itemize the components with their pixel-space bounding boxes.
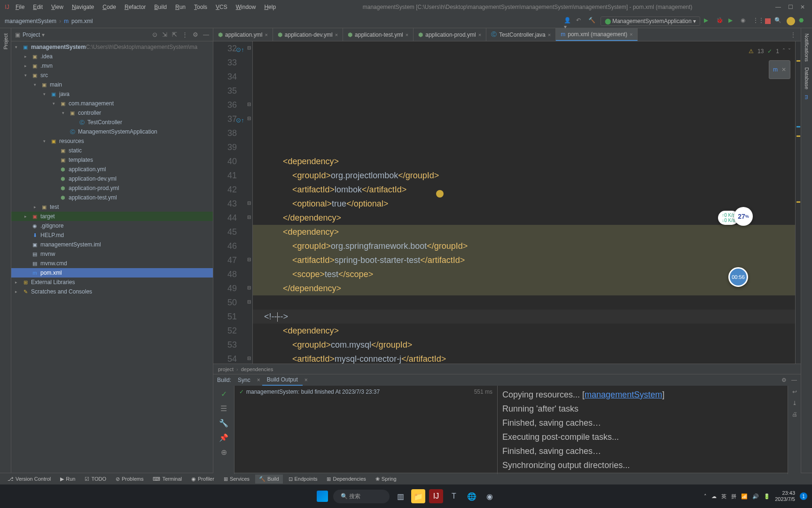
tree-iml[interactable]: ▣managementSystem.iml: [11, 240, 213, 249]
crumb-project-tag[interactable]: project: [218, 366, 234, 372]
debug-icon[interactable]: 🐞: [716, 17, 725, 25]
stop-icon[interactable]: [765, 18, 771, 24]
explorer-icon[interactable]: 📁: [411, 489, 425, 503]
tree-java[interactable]: ▾▣java: [11, 89, 213, 99]
tree-mvnwcmd[interactable]: ▤mvnw.cmd: [11, 259, 213, 268]
build-output[interactable]: Copying resources... [managementSystem]R…: [498, 386, 788, 474]
run-config-selector[interactable]: ⬤ ManagementSystemApplication ▾: [601, 16, 700, 26]
tree-src[interactable]: ▾▣src: [11, 71, 213, 80]
tool-version-control[interactable]: ⎇Version Control: [4, 475, 55, 484]
menu-code[interactable]: Code: [99, 2, 120, 12]
pin-icon[interactable]: 📌: [219, 433, 228, 442]
rail-database[interactable]: Database: [803, 64, 811, 92]
tree-controller[interactable]: ▾▣controller: [11, 108, 213, 118]
build-tree-line[interactable]: managementSystem: build finished At 2023…: [246, 389, 380, 395]
menu-navigate[interactable]: Navigate: [68, 2, 98, 12]
tree-gitignore[interactable]: ◉.gitignore: [11, 221, 213, 230]
close-icon[interactable]: ×: [406, 32, 408, 38]
user-icon[interactable]: 👤▾: [564, 17, 572, 25]
tree-pom[interactable]: mpom.xml: [11, 268, 213, 278]
battery-icon[interactable]: 🔋: [764, 493, 770, 500]
edge-icon[interactable]: ◉: [483, 489, 497, 503]
tree-help[interactable]: ⬇HELP.md: [11, 230, 213, 240]
tree-scratch[interactable]: ▸✎Scratches and Consoles: [11, 287, 213, 296]
hide-icon[interactable]: —: [791, 377, 797, 383]
popup-close-icon[interactable]: ✕: [781, 63, 786, 77]
next-highlight-icon[interactable]: ˇ: [789, 44, 790, 58]
tool-problems[interactable]: ⊘Problems: [112, 475, 147, 484]
menu-help[interactable]: Help: [260, 2, 280, 12]
menu-refactor[interactable]: Refactor: [121, 2, 149, 12]
tool-profiler[interactable]: ◉Profiler: [187, 475, 218, 484]
close-icon[interactable]: ✕: [800, 4, 805, 10]
profiler-icon[interactable]: ◉: [741, 17, 749, 25]
search-icon[interactable]: 🔍: [774, 17, 783, 25]
tool-run[interactable]: ▶Run: [56, 475, 79, 484]
tool-spring[interactable]: ❀Spring: [372, 475, 400, 484]
ok-icon[interactable]: ✓: [221, 389, 227, 398]
chevron-down-icon[interactable]: ▾: [42, 32, 45, 38]
back-icon[interactable]: ↶: [576, 17, 585, 25]
close-icon[interactable]: ×: [304, 377, 308, 383]
ime-mode[interactable]: 拼: [731, 493, 736, 500]
tool-build[interactable]: 🔨Build: [255, 475, 282, 484]
editor-tab[interactable]: ⬢application.yml×: [213, 28, 273, 41]
error-stripe[interactable]: [795, 41, 801, 364]
tree-templates[interactable]: ▣templates: [11, 155, 213, 165]
clock[interactable]: 23:432023/7/5: [775, 490, 795, 502]
scroll-end-icon[interactable]: ⤓: [792, 400, 797, 406]
chevron-up-icon[interactable]: ˄: [704, 493, 707, 500]
build-tab-sync[interactable]: Sync: [233, 375, 255, 385]
ime-lang[interactable]: 英: [721, 493, 726, 500]
crumb-file[interactable]: pom.xml: [71, 18, 93, 24]
code-breadcrumb[interactable]: project › dependencies: [213, 364, 801, 374]
rail-notifications[interactable]: Notifications: [803, 31, 811, 64]
chrome-icon[interactable]: 🌐: [465, 489, 479, 503]
tree-app-test[interactable]: ⬢application-test.yml: [11, 193, 213, 202]
tree-app-yml[interactable]: ⬢application.yml: [11, 165, 213, 174]
crumb-project[interactable]: managementSystem: [5, 18, 56, 24]
tree-root[interactable]: ▾▣managementSystem C:\Users\h\Desktop\ma…: [11, 42, 213, 52]
menu-view[interactable]: View: [47, 2, 67, 12]
timer-widget[interactable]: 00:56: [728, 267, 748, 287]
tree-app-prod[interactable]: ⬢application-prod.yml: [11, 183, 213, 193]
tree-mvn[interactable]: ▸▣.mvn: [11, 61, 213, 71]
start-button[interactable]: [315, 489, 329, 503]
tool-todo[interactable]: ☑TODO: [81, 475, 110, 484]
tree-testcontroller[interactable]: ⒸTestController: [11, 118, 213, 127]
maximize-icon[interactable]: ☐: [788, 4, 793, 10]
line-gutter[interactable]: 3233343536373839404142434445464748495051…: [213, 41, 246, 364]
rail-maven[interactable]: m: [803, 92, 811, 102]
menu-build[interactable]: Build: [150, 2, 171, 12]
tree-static[interactable]: ▣static: [11, 146, 213, 155]
gear-icon[interactable]: ⚙: [193, 31, 198, 38]
expand-icon[interactable]: ⊕: [221, 448, 227, 457]
fold-column[interactable]: ⊟⊟⊟⊟⊟⊟⊟⊟⊟: [246, 41, 253, 364]
project-header-label[interactable]: Project: [23, 32, 40, 38]
percent-widget[interactable]: 27%: [734, 207, 753, 226]
build-tree[interactable]: ✓managementSystem: build finished At 202…: [234, 386, 498, 474]
maven-reload-popup[interactable]: m ✕: [769, 60, 790, 79]
filter-icon[interactable]: ☰: [220, 404, 227, 413]
crumb-dependencies[interactable]: dependencies: [241, 366, 273, 372]
menu-vcs[interactable]: VCS: [212, 2, 231, 12]
close-icon[interactable]: ×: [265, 32, 267, 38]
run-icon[interactable]: ▶: [704, 17, 712, 25]
text-icon[interactable]: T: [447, 489, 461, 503]
close-icon[interactable]: ×: [257, 377, 260, 383]
notification-badge[interactable]: 1: [800, 492, 807, 500]
close-icon[interactable]: ×: [335, 32, 338, 38]
tool-endpoints[interactable]: ⊡Endpoints: [285, 475, 321, 484]
build-tab-output[interactable]: Build Output: [262, 374, 303, 386]
rail-project[interactable]: Project: [2, 31, 9, 52]
onedrive-icon[interactable]: ☁: [711, 493, 717, 500]
print-icon[interactable]: 🖨: [792, 411, 797, 418]
taskbar-search[interactable]: 🔍 搜索: [333, 490, 390, 503]
editor-tab[interactable]: mpom.xml (management)×: [556, 28, 638, 41]
editor-tab[interactable]: ⒸTestController.java×: [486, 28, 556, 41]
tree-resources[interactable]: ▾▣resources: [11, 136, 213, 146]
code-body[interactable]: ⚠13 ✓1 ˆ ˇ m ✕ ↑0 K/s↓0 K/s 27% 00:56 <d…: [253, 41, 795, 364]
editor-tab[interactable]: ⬢application-test.yml×: [343, 28, 414, 41]
soft-wrap-icon[interactable]: ↩: [792, 389, 797, 395]
inspection-bar[interactable]: ⚠13 ✓1 ˆ ˇ: [749, 44, 790, 58]
